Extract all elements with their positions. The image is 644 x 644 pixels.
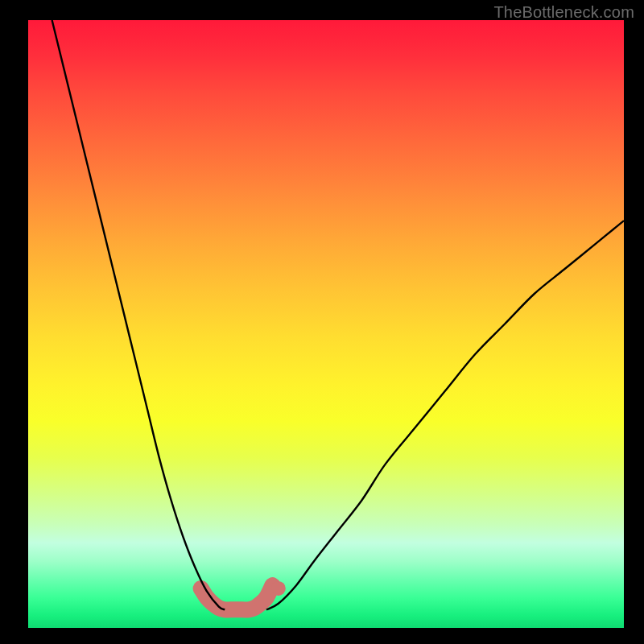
chart-plot-area [28, 20, 624, 628]
chart-frame: TheBottleneck.com [0, 0, 644, 644]
marker-dot [271, 581, 286, 596]
left-curve [52, 20, 225, 609]
watermark-text: TheBottleneck.com [493, 3, 634, 22]
chart-svg [28, 20, 624, 628]
right-curve [266, 221, 624, 609]
